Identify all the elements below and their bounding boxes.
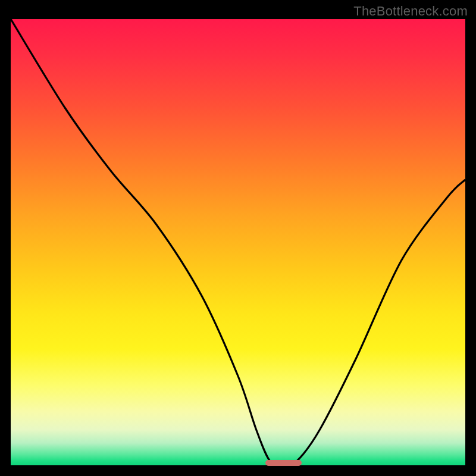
chart-plot-area <box>11 19 465 465</box>
chart-min-marker <box>265 460 302 466</box>
watermark-text: TheBottleneck.com <box>353 4 468 19</box>
chart-frame <box>11 19 465 465</box>
chart-background-gradient <box>11 19 465 465</box>
